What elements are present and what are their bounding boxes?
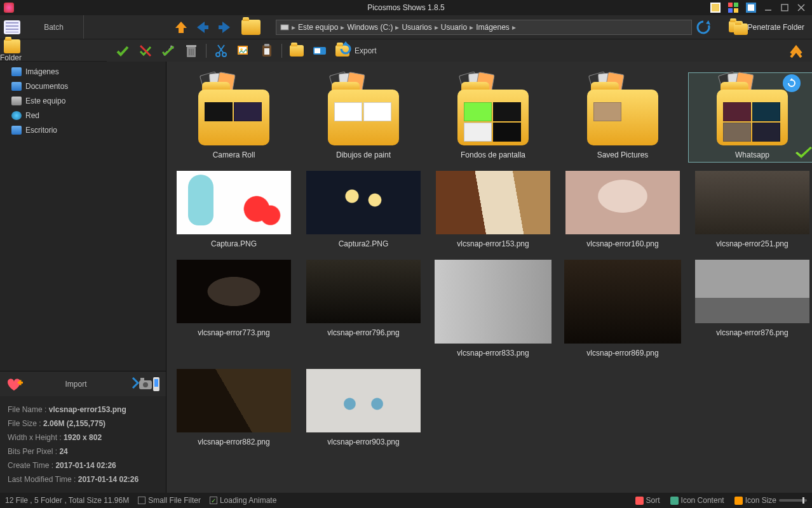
image-thumb [177,260,291,323]
batch-button[interactable]: Batch [0,15,83,39]
icon-size-slider[interactable]: Icon Size [734,496,807,505]
svg-rect-3 [734,3,738,7]
export-button[interactable] [334,43,351,59]
svg-rect-7 [748,4,754,11]
svg-rect-29 [315,48,320,53]
tree-item[interactable]: Escritorio [0,123,166,137]
nav-folder-icon[interactable] [241,20,261,35]
image-item[interactable]: vlcsnap-error773.png [170,257,297,360]
folder-item[interactable]: Dibujos de paint [300,73,427,162]
image-thumb [306,171,421,234]
rename-button[interactable] [311,43,328,59]
maximize-icon[interactable] [780,3,789,12]
svg-point-33 [143,382,148,387]
status-summary: 12 File , 5 Folder , Total Size 11.96M [5,496,129,505]
tree-item-label: Red [25,111,39,120]
image-thumb [177,171,291,234]
image-item[interactable]: Captura.PNG [170,168,297,251]
image-name: vlcsnap-error251.png [716,239,788,248]
select-all-button[interactable] [114,43,131,59]
folder-item[interactable]: Saved Pictures [559,73,686,162]
small-file-filter-checkbox[interactable]: Small File Filter [138,496,201,505]
tree-item-label: Este equipo [25,97,65,105]
nav-forward-icon[interactable] [216,19,233,36]
tree-item-icon [11,97,22,105]
paste-button[interactable] [259,43,275,59]
refresh-icon[interactable] [694,18,712,36]
image-item[interactable]: vlcsnap-error876.png [689,257,812,360]
crumb-1[interactable]: Windows (C:) [347,23,393,32]
copy-button[interactable] [236,43,252,59]
folder-item[interactable]: Fondos de pantalla [430,73,557,162]
settings-button[interactable] [160,43,177,59]
image-item[interactable]: vlcsnap-error251.png [689,168,812,251]
tree-item[interactable]: Red [0,108,166,123]
image-item[interactable]: vlcsnap-error796.png [300,257,427,360]
close-icon[interactable] [797,3,806,12]
delete-button[interactable] [183,43,200,59]
crumb-4[interactable]: Imágenes [476,23,510,32]
folder-button[interactable]: Folder [0,39,24,61]
penetrate-folder-button[interactable]: Penetrate Folder [717,15,812,39]
image-name: vlcsnap-error869.png [586,349,658,358]
folder-thumb [319,76,408,145]
image-item[interactable]: Captura2.PNG [300,168,427,251]
image-name: Captura2.PNG [339,239,389,248]
folder-name: Camera Roll [213,150,255,159]
image-thumb [565,171,680,234]
folder-icon [4,39,20,53]
folder-name: Saved Pictures [597,150,649,159]
image-item[interactable]: vlcsnap-error833.png [430,257,557,360]
image-thumb [436,171,550,234]
tree-item[interactable]: Documentos [0,79,166,93]
image-item[interactable]: vlcsnap-error903.png [300,366,427,449]
tree-item[interactable]: Este equipo [0,93,166,108]
image-item[interactable]: vlcsnap-error160.png [559,168,686,251]
nav-back-icon[interactable] [194,19,211,36]
icon-content-button[interactable]: Icon Content [670,496,724,505]
svg-rect-5 [734,8,738,13]
crumb-0[interactable]: Este equipo [298,23,338,32]
image-name: vlcsnap-error796.png [327,328,399,337]
nav-up-icon[interactable] [173,19,189,36]
image-thumb [435,260,551,344]
image-name: vlcsnap-error773.png [198,328,269,337]
minimize-icon[interactable] [764,3,773,12]
favorites-icon[interactable] [5,377,23,392]
loading-animate-checkbox[interactable]: ✓Loading Animate [210,496,276,505]
titlebar-extra-2[interactable] [728,3,738,13]
import-devices-icon[interactable] [129,377,161,392]
batch-icon [4,20,20,34]
share-icon [783,74,801,92]
breadcrumb[interactable]: ▸ Este equipo▸ Windows (C:)▸ Usuarios▸ U… [276,20,692,35]
thumbnail-grid: Camera Roll Dibujos de paint Fondos de p… [166,62,812,493]
folder-name: Dibujos de paint [336,150,391,159]
svg-rect-26 [264,44,269,46]
deselect-button[interactable] [137,43,154,59]
image-item[interactable]: vlcsnap-error153.png [430,168,557,251]
batch-label: Batch [24,23,83,32]
image-name: vlcsnap-error160.png [586,239,658,248]
cut-button[interactable] [213,43,229,59]
collapse-icon[interactable] [788,43,804,59]
svg-rect-31 [20,380,22,385]
svg-rect-27 [264,48,269,55]
titlebar: Picosmos Shows 1.8.5 [0,0,812,15]
folder-item[interactable]: Camera Roll [170,73,297,162]
image-name: Captura.PNG [211,239,257,248]
sort-button[interactable]: Sort [635,496,660,505]
image-name: vlcsnap-error882.png [198,438,269,446]
import-bar[interactable]: Import [0,371,166,396]
image-item[interactable]: vlcsnap-error869.png [559,257,686,360]
folder-item[interactable]: Whatsapp [689,73,812,162]
titlebar-extra-1[interactable] [710,3,721,13]
image-name: vlcsnap-error833.png [457,349,529,358]
tree-item[interactable]: Imágenes [0,64,166,79]
open-folder-button[interactable] [288,43,305,59]
image-item[interactable]: vlcsnap-error882.png [170,366,297,449]
svg-rect-34 [140,378,144,381]
file-metadata: File Name : vlcsnap-error153.png File Si… [0,396,166,493]
crumb-2[interactable]: Usuarios [402,23,431,32]
crumb-3[interactable]: Usuario [441,23,467,32]
titlebar-extra-3[interactable] [746,3,756,13]
